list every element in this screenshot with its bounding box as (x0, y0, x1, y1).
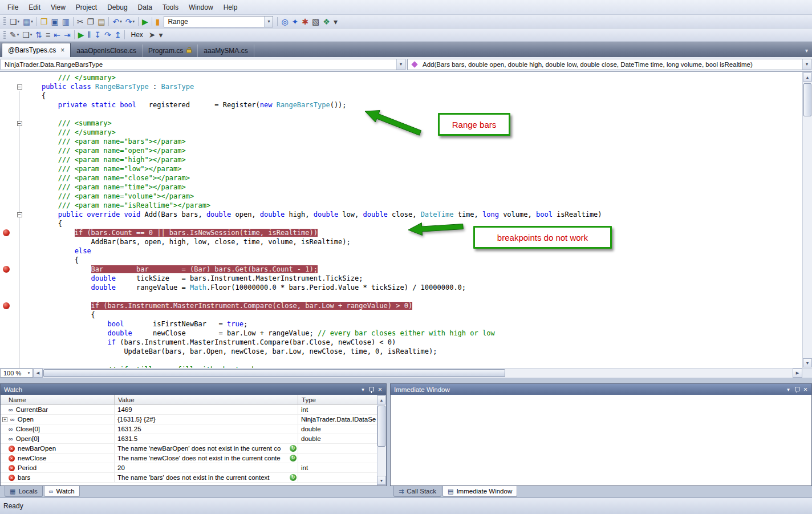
hex-display-toggle[interactable]: Hex (127, 30, 147, 40)
menu-item-view[interactable]: View (46, 1, 71, 14)
save-all-icon[interactable]: ▥ (60, 15, 71, 27)
scroll-right-icon[interactable]: ▶ (793, 369, 802, 378)
watch-value-cell[interactable]: The name 'bars' does not exist in the cu… (115, 473, 298, 482)
watch-row[interactable]: ∞Close[0]1631.25double (1, 424, 377, 434)
toolbar-options-icon[interactable]: ▾ (332, 15, 339, 27)
menu-item-debug[interactable]: Debug (102, 1, 132, 14)
doc-tab-aaaopenisclose-cs[interactable]: aaaOpenIsClose.cs (71, 44, 143, 57)
properties-window-icon[interactable]: ▧ (310, 15, 321, 27)
build-icon[interactable]: ✱ (300, 15, 310, 27)
doc-tab-program-cs[interactable]: Program.cs (143, 44, 198, 57)
window-position-icon[interactable]: ▾ (784, 386, 793, 394)
menu-item-edit[interactable]: Edit (23, 1, 46, 14)
step-out-icon[interactable]: ↥ (113, 29, 123, 41)
code-editor[interactable]: /// </summary>− public class RangeBarsTy… (0, 72, 802, 368)
solution-configurations-combo[interactable]: Range▾ (164, 16, 273, 27)
watch-row[interactable]: ✕barsThe name 'bars' does not exist in t… (1, 473, 377, 483)
watch-scrollbar[interactable]: ▲ ▼ (377, 395, 386, 485)
panel-tab-locals[interactable]: ▦Locals (5, 486, 43, 497)
new-breakpoint-icon[interactable]: ▮ (154, 15, 162, 27)
cut-icon[interactable]: ✂ (75, 15, 86, 27)
close-icon[interactable]: ✕ (376, 386, 384, 394)
scroll-up-icon[interactable]: ▲ (377, 395, 386, 404)
panel-tab-watch[interactable]: ∞Watch (44, 486, 80, 497)
scroll-up-icon[interactable]: ▲ (803, 72, 812, 82)
breakpoint-icon[interactable] (3, 229, 10, 236)
window-position-icon[interactable]: ▾ (359, 386, 367, 394)
collapse-region-icon[interactable]: − (17, 212, 22, 217)
collapse-region-icon[interactable]: − (17, 121, 22, 126)
menu-item-tools[interactable]: Tools (157, 1, 184, 14)
doc-tab-aaamysma-cs[interactable]: aaaMySMA.cs (198, 44, 254, 57)
panel-tab-call-stack[interactable]: ⇉Call Stack (393, 486, 441, 497)
close-tab-icon[interactable]: × (60, 47, 64, 53)
document-list-icon[interactable]: ▾ (805, 47, 808, 54)
menu-item-project[interactable]: Project (71, 1, 102, 14)
watch-value-cell[interactable]: The name 'newBarOpen' does not exist in … (115, 444, 298, 453)
watch-row[interactable]: ∞CurrentBar1469int (1, 405, 377, 415)
pin-icon[interactable] (793, 386, 801, 394)
watch-value-cell[interactable]: 1631.25 (115, 424, 298, 434)
watch-row[interactable]: +∞Open{1631.5} {2#}NinjaTrader.Data.IDat… (1, 415, 377, 424)
watch-scroll-thumb[interactable] (377, 406, 385, 447)
save-icon[interactable]: ▣ (49, 15, 60, 27)
menu-item-help[interactable]: Help (218, 1, 243, 14)
chevron-down-icon[interactable]: ▾ (132, 19, 135, 24)
sort-icon[interactable]: ⇅ (34, 29, 44, 41)
break-all-icon[interactable]: ‖ (86, 29, 92, 41)
watch-value-cell[interactable]: {1631.5} {2#} (115, 415, 298, 424)
immediate-input-area[interactable] (391, 395, 811, 485)
doc-tab--barstypes-cs[interactable]: @BarsTypes.cs× (2, 43, 71, 57)
breakpoint-icon[interactable] (3, 302, 10, 309)
scroll-down-icon[interactable]: ▼ (803, 358, 812, 367)
open-file-icon[interactable]: ❒ (39, 15, 50, 27)
chevron-down-icon[interactable]: ▾ (802, 59, 811, 70)
chevron-down-icon[interactable]: ▾ (120, 19, 122, 24)
close-icon[interactable]: ✕ (801, 386, 810, 394)
continue-icon[interactable]: ▶ (76, 29, 86, 41)
redo-icon[interactable]: ↷▾ (124, 15, 136, 27)
new-file-icon[interactable]: ❏▾ (8, 15, 21, 27)
decrease-indent-icon[interactable]: ⇤ (52, 29, 62, 41)
members-dropdown[interactable]: Add(Bars bars, double open, double high,… (407, 59, 811, 70)
scroll-down-icon[interactable]: ▼ (377, 476, 386, 485)
panel-tab-immediate-window[interactable]: ▤Immediate Window (442, 486, 517, 497)
zoom-control[interactable]: 100 % ▾ (0, 369, 33, 378)
watch-row[interactable]: ∞Open[0]1631.5double (1, 434, 377, 444)
find-in-files-icon[interactable]: ◎ (279, 15, 290, 27)
comment-icon[interactable]: ✎▾ (8, 29, 21, 41)
chevron-down-icon[interactable]: ▾ (31, 19, 33, 24)
toolbar-options-icon[interactable]: ▾ (157, 29, 165, 41)
watch-value-cell[interactable]: 1631.5 (115, 434, 298, 443)
undo-icon[interactable]: ↶▾ (111, 15, 123, 27)
chevron-down-icon[interactable]: ▾ (396, 59, 405, 70)
find-symbol-icon[interactable]: ✦ (290, 15, 301, 27)
collapse-region-icon[interactable]: − (17, 84, 22, 90)
refresh-icon[interactable]: ↻ (290, 445, 297, 452)
chevron-down-icon[interactable]: ▾ (18, 19, 20, 24)
toolbar-grip[interactable] (3, 31, 6, 39)
watch-row[interactable]: ✕newCloseThe name 'newClose' does not ex… (1, 454, 377, 463)
refresh-icon[interactable]: ↻ (290, 455, 297, 462)
watch-value-cell[interactable]: 20 (115, 463, 298, 472)
step-into-icon[interactable]: ↧ (92, 29, 103, 41)
breakpoint-icon[interactable] (3, 266, 10, 273)
chevron-down-icon[interactable]: ▾ (30, 33, 33, 37)
expand-icon[interactable]: + (2, 417, 7, 422)
add-item-icon[interactable]: ▦▾ (21, 15, 35, 27)
extensions-icon[interactable]: ❖ (321, 15, 332, 27)
chevron-down-icon[interactable]: ▾ (17, 33, 19, 37)
start-debugging-icon[interactable]: ▶ (140, 15, 150, 27)
v-scroll-thumb[interactable] (803, 83, 811, 116)
menu-item-file[interactable]: File (2, 1, 23, 14)
h-scroll-track[interactable] (43, 369, 793, 378)
watch-value-cell[interactable]: 1469 (115, 405, 298, 414)
types-dropdown[interactable]: NinjaTrader.Data.RangeBarsType ▾ (1, 59, 405, 70)
increase-indent-icon[interactable]: ⇥ (62, 29, 72, 41)
h-scroll-thumb[interactable] (43, 369, 505, 377)
refresh-icon[interactable]: ↻ (290, 474, 297, 481)
column-header-type[interactable]: Type (298, 395, 377, 404)
toolbar-grip[interactable] (3, 17, 6, 26)
step-over-icon[interactable]: ↷ (103, 29, 113, 41)
menu-item-data[interactable]: Data (133, 1, 157, 14)
